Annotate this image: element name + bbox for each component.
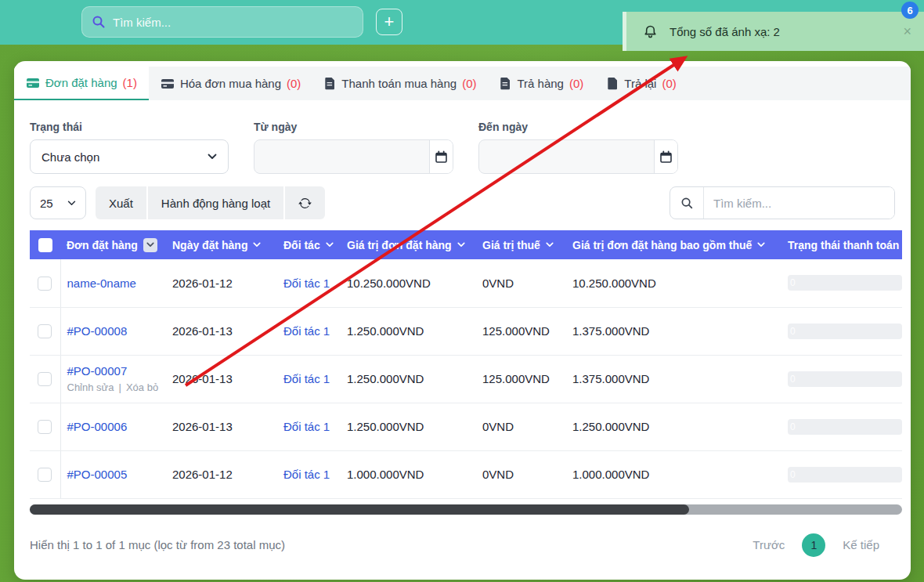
status-filter-select[interactable]: Chưa chọn	[30, 139, 229, 174]
order-link[interactable]: #PO-00006	[67, 420, 128, 433]
sort-chevron-icon[interactable]	[143, 238, 157, 252]
tab-label: Trả lại	[624, 77, 656, 90]
table-row: #PO-00008 2026-01-13 Đối tác 1 1.250.000…	[30, 307, 902, 355]
status-filter-label: Trạng thái	[30, 121, 229, 133]
to-date-label: Đến ngày	[478, 121, 678, 133]
current-page-button[interactable]: 1	[802, 533, 825, 557]
tab-count: (0)	[462, 77, 476, 90]
partner-link[interactable]: Đối tác 1	[283, 277, 330, 290]
col-header: Giá trị đơn đặt hàng	[347, 239, 452, 251]
edit-action[interactable]: Chỉnh sửa	[67, 381, 114, 393]
order-value: 10.250.000VND	[341, 259, 476, 307]
payment-status-value: 0	[788, 374, 796, 385]
tab-don-dat-hang[interactable]: Đơn đặt hàng (1)	[14, 67, 149, 100]
sort-chevron-icon[interactable]	[253, 242, 261, 248]
from-date-input[interactable]	[254, 140, 429, 173]
tax-value: 125.000VND	[476, 307, 566, 355]
refresh-button[interactable]	[285, 186, 325, 219]
status-filter-value: Chưa chọn	[42, 150, 99, 164]
payment-status-bar: 0	[788, 419, 902, 435]
table-row: #PO-00007 Chỉnh sửa|Xóa bỏ 2026-01-13 Đố…	[30, 355, 902, 403]
next-page-button[interactable]: Kế tiếp	[843, 538, 879, 551]
file-icon	[324, 77, 336, 90]
row-actions: Chỉnh sửa|Xóa bỏ	[67, 381, 167, 393]
order-value: 1.250.000VND	[341, 403, 476, 450]
sort-chevron-icon[interactable]	[457, 242, 465, 248]
partner-link[interactable]: Đối tác 1	[283, 420, 330, 433]
order-date: 2026-01-13	[166, 403, 277, 450]
file-icon	[607, 77, 619, 90]
sort-chevron-icon[interactable]	[757, 242, 765, 248]
order-date: 2026-01-13	[166, 355, 277, 403]
row-checkbox[interactable]	[38, 420, 52, 434]
order-link[interactable]: #PO-00008	[67, 324, 128, 338]
partner-link[interactable]: Đối tác 1	[283, 468, 330, 481]
tax-value: 0VND	[476, 259, 566, 307]
payment-status-bar: 0	[788, 275, 902, 291]
from-date-picker-button[interactable]	[429, 140, 453, 173]
pagination: Trước 1 Kế tiếp	[753, 533, 879, 557]
notification-count-badge[interactable]: 6	[901, 2, 919, 19]
prev-page-button[interactable]: Trước	[753, 538, 785, 551]
partner-link[interactable]: Đối tác 1	[283, 372, 330, 385]
row-checkbox[interactable]	[38, 324, 52, 338]
tab-count: (0)	[287, 77, 301, 90]
delete-action[interactable]: Xóa bỏ	[126, 381, 158, 393]
chevron-down-icon	[208, 154, 217, 160]
tab-tra-lai[interactable]: Trả lại (0)	[595, 67, 688, 100]
table-search-input[interactable]	[704, 187, 894, 219]
global-search-input[interactable]	[113, 16, 353, 29]
order-link[interactable]: #PO-00007	[67, 364, 128, 378]
order-link[interactable]: name-0name	[67, 277, 136, 290]
to-date-input[interactable]	[479, 140, 654, 173]
to-date-picker-button[interactable]	[654, 140, 677, 173]
add-button[interactable]: +	[376, 9, 402, 35]
sort-chevron-icon[interactable]	[546, 242, 554, 248]
partner-link[interactable]: Đối tác 1	[283, 324, 330, 338]
row-checkbox[interactable]	[38, 372, 52, 386]
card-list-icon	[161, 77, 175, 91]
refresh-icon	[298, 197, 312, 210]
tax-value: 0VND	[476, 450, 566, 498]
payment-status-value: 0	[788, 326, 796, 337]
tab-label: Trả hàng	[517, 77, 563, 90]
toast-close-icon[interactable]: ×	[903, 24, 911, 38]
table-row: #PO-00006 2026-01-13 Đối tác 1 1.250.000…	[30, 403, 902, 450]
chevron-down-icon	[67, 201, 76, 206]
calendar-icon	[435, 150, 448, 164]
sort-chevron-icon[interactable]	[326, 242, 334, 248]
tab-label: Thanh toán mua hàng	[341, 77, 457, 90]
toast-message: Tổng số đã ánh xạ: 2	[670, 25, 892, 38]
select-all-checkbox[interactable]	[38, 238, 52, 252]
table-footer: Hiển thị 1 to 1 of 1 mục (lọc từ from 23…	[14, 515, 911, 557]
col-header: Đối tác	[283, 239, 320, 251]
search-icon	[92, 15, 106, 29]
tab-label: Hóa đơn mua hàng	[180, 77, 281, 90]
row-checkbox[interactable]	[38, 468, 52, 482]
row-checkbox[interactable]	[38, 277, 52, 291]
total-value: 10.250.000VND	[566, 259, 781, 307]
bulk-actions-button[interactable]: Hành động hàng loạt	[148, 186, 283, 219]
order-link[interactable]: #PO-00005	[67, 468, 128, 481]
order-value: 1.250.000VND	[341, 355, 476, 403]
payment-status-value: 0	[788, 469, 796, 480]
to-date-field	[478, 139, 678, 174]
tab-tra-hang[interactable]: Trả hàng (0)	[488, 67, 595, 100]
page-size-select[interactable]: 25	[30, 186, 86, 219]
scrollbar-thumb[interactable]	[30, 504, 689, 515]
export-button[interactable]: Xuất	[96, 186, 146, 219]
payment-status-bar: 0	[788, 324, 902, 339]
payment-status-bar: 0	[788, 467, 902, 483]
order-value: 1.250.000VND	[341, 307, 476, 355]
card-list-icon	[26, 76, 40, 90]
table-header-row: Đơn đặt hàng Ngày đặt hàng Đối tác Giá t…	[30, 230, 902, 259]
global-search[interactable]	[81, 6, 363, 38]
tab-hoa-don-mua-hang[interactable]: Hóa đơn mua hàng (0)	[149, 67, 312, 100]
total-value: 1.250.000VND	[566, 403, 781, 450]
tab-bar: Đơn đặt hàng (1) Hóa đơn mua hàng (0)	[14, 67, 911, 100]
from-date-field	[254, 139, 453, 174]
from-date-label: Từ ngày	[254, 121, 453, 133]
tab-thanh-toan-mua-hang[interactable]: Thanh toán mua hàng (0)	[312, 67, 488, 100]
search-icon	[670, 187, 704, 219]
orders-table: Đơn đặt hàng Ngày đặt hàng Đối tác Giá t…	[30, 230, 902, 499]
